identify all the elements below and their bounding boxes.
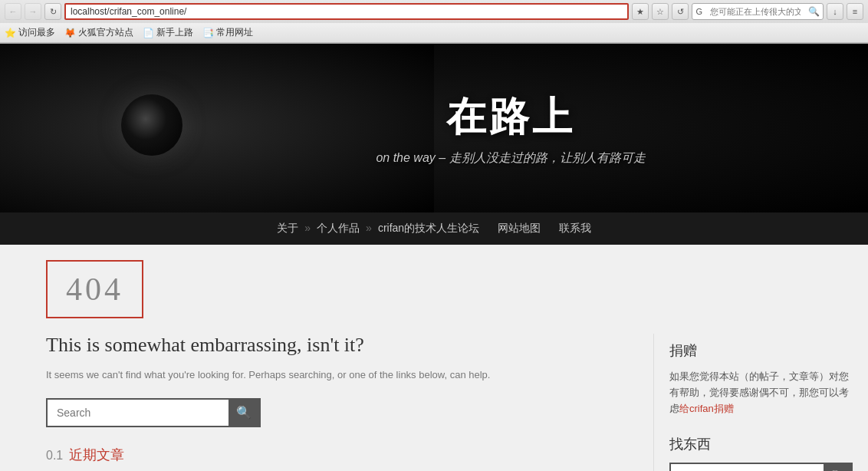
main-layout: This is somewhat embarrassing, isn't it?… bbox=[0, 334, 868, 471]
recent-posts-section: 0.1 近期文章 【未解决】给docbook生成的pdf中每页都添加上边框 bbox=[46, 446, 623, 472]
star-icon: ⭐ bbox=[5, 28, 16, 38]
nav-sep-3 bbox=[481, 222, 496, 236]
site-subtitle: on the way – 走别人没走过的路，让别人有路可走 bbox=[376, 150, 645, 166]
search-input-wrap: 🔍 bbox=[46, 398, 261, 427]
sidebar-search-input[interactable] bbox=[671, 464, 824, 471]
nav-sep-4 bbox=[542, 222, 557, 236]
search-button[interactable]: 🔍 bbox=[229, 400, 259, 426]
download-button[interactable]: ↓ bbox=[827, 3, 843, 20]
nav-sitemap[interactable]: 网站地图 bbox=[496, 222, 542, 236]
sidebar-search-button[interactable]: 🔍 bbox=[824, 464, 851, 471]
google-icon: G bbox=[692, 7, 705, 16]
nav-about[interactable]: 关于 bbox=[275, 222, 300, 236]
search-section: 🔍 bbox=[46, 398, 623, 427]
section-number: 0.1 bbox=[46, 449, 63, 463]
sidebar-find-title: 找东西 bbox=[669, 435, 853, 453]
error-box: 404 bbox=[46, 260, 143, 318]
nav-sep-2: » bbox=[361, 222, 376, 236]
menu-button[interactable]: ≡ bbox=[847, 3, 863, 20]
bookmark-most-visited[interactable]: ⭐ 访问最多 bbox=[5, 26, 55, 39]
site-title: 在路上 bbox=[376, 91, 645, 144]
section-label: 近期文章 bbox=[69, 446, 124, 464]
nav-items: 关于 » 个人作品 » crifan的技术人生论坛 网站地图 联系我 bbox=[0, 222, 868, 236]
bookmark-firefox[interactable]: 🦊 火狐官方站点 bbox=[64, 26, 133, 39]
site-header: 在路上 on the way – 走别人没走过的路，让别人有路可走 bbox=[0, 44, 868, 212]
browser-search-input[interactable] bbox=[705, 4, 805, 19]
sidebar-donate-desc: 如果您觉得本站（的帖子，文章等）对您有帮助，觉得要感谢偶不可，那您可以考虑给cr… bbox=[669, 369, 853, 417]
firefox-icon: 🦊 bbox=[64, 28, 76, 38]
sidebar-donate-section: 捐赠 如果您觉得本站（的帖子，文章等）对您有帮助，觉得要感谢偶不可，那您可以考虑… bbox=[669, 341, 853, 417]
reload-button[interactable]: ↻ bbox=[44, 3, 61, 20]
address-bar[interactable]: localhost/crifan_com_online/ bbox=[64, 3, 629, 20]
browser-toolbar: ← → ↻ localhost/crifan_com_online/ ★ ☆ ↺… bbox=[0, 0, 868, 23]
refresh-button[interactable]: ↺ bbox=[672, 3, 689, 20]
browser-chrome: ← → ↻ localhost/crifan_com_online/ ★ ☆ ↺… bbox=[0, 0, 868, 44]
bookmark-newbie[interactable]: 📄 新手上路 bbox=[143, 26, 193, 39]
search-icon: 🔍 bbox=[236, 405, 252, 420]
forward-button[interactable]: → bbox=[25, 3, 41, 20]
nav-forum[interactable]: crifan的技术人生论坛 bbox=[376, 222, 481, 236]
donate-link[interactable]: 给crifan捐赠 bbox=[679, 403, 734, 414]
star-button[interactable]: ★ bbox=[632, 3, 649, 20]
bookmark-label: 访问最多 bbox=[18, 26, 55, 39]
search-input[interactable] bbox=[48, 400, 229, 426]
eye-pupil bbox=[121, 94, 182, 156]
nav-portfolio[interactable]: 个人作品 bbox=[315, 222, 361, 236]
error-description: It seems we can't find what you're looki… bbox=[46, 367, 623, 383]
bookmark-common[interactable]: 📑 常用网址 bbox=[202, 26, 253, 39]
section-heading: 0.1 近期文章 bbox=[46, 446, 623, 464]
nav-sep-1: » bbox=[300, 222, 315, 236]
browser-search-box[interactable]: G 🔍 bbox=[692, 3, 824, 20]
sidebar: 捐赠 如果您觉得本站（的帖子，文章等）对您有帮助，觉得要感谢偶不可，那您可以考虑… bbox=[653, 334, 853, 471]
header-text: 在路上 on the way – 走别人没走过的路，让别人有路可走 bbox=[376, 91, 645, 166]
page-icon: 📄 bbox=[143, 28, 154, 38]
bookmark-icon: 📑 bbox=[202, 28, 214, 38]
sidebar-donate-title: 捐赠 bbox=[669, 341, 853, 360]
main-content: This is somewhat embarrassing, isn't it?… bbox=[46, 334, 653, 471]
bookmark-label: 常用网址 bbox=[216, 26, 253, 39]
error-title: This is somewhat embarrassing, isn't it? bbox=[46, 334, 623, 357]
content-area: 404 This is somewhat embarrassing, isn't… bbox=[0, 245, 868, 471]
sidebar-find-section: 找东西 🔍 bbox=[669, 435, 853, 471]
bookmark-label: 新手上路 bbox=[156, 26, 193, 39]
error-code: 404 bbox=[66, 272, 123, 307]
nav-contact[interactable]: 联系我 bbox=[557, 222, 593, 236]
eye-background bbox=[0, 44, 434, 212]
url-text: localhost/crifan_com_online/ bbox=[71, 6, 186, 17]
browser-search-submit[interactable]: 🔍 bbox=[805, 6, 823, 17]
error-box-container: 404 bbox=[0, 245, 868, 334]
back-button[interactable]: ← bbox=[5, 3, 21, 20]
sidebar-search-wrap: 🔍 bbox=[669, 463, 853, 471]
bookmark-label: 火狐官方站点 bbox=[78, 26, 133, 39]
bookmarks-bar: ⭐ 访问最多 🦊 火狐官方站点 📄 新手上路 📑 常用网址 bbox=[0, 23, 868, 43]
bookmark-button[interactable]: ☆ bbox=[652, 3, 669, 20]
site-nav: 关于 » 个人作品 » crifan的技术人生论坛 网站地图 联系我 bbox=[0, 212, 868, 245]
